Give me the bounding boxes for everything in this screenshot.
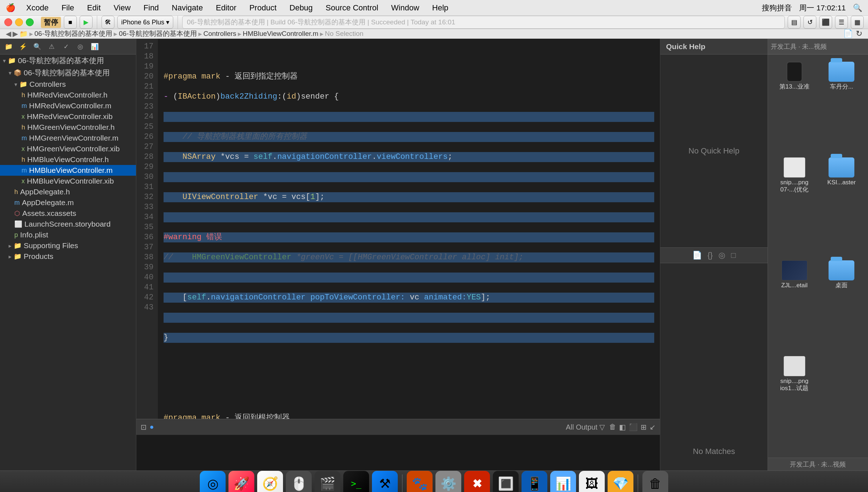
menu-help[interactable]: Help xyxy=(430,3,450,13)
dock-sketch[interactable]: 💎 xyxy=(608,471,633,492)
breadcrumb-folder[interactable]: 06-导航控制器的基本使用 xyxy=(119,29,197,38)
sidebar-item-products[interactable]: ▸ 📁 Products xyxy=(0,251,136,262)
view-toggle-5[interactable]: ▦ xyxy=(851,16,864,29)
finder-item-folder-1[interactable]: 车丹分... xyxy=(820,59,864,152)
menu-xcode[interactable]: Xcode xyxy=(24,3,51,13)
menu-window[interactable]: Window xyxy=(389,3,421,13)
sidebar-debug-icon[interactable]: ◎ xyxy=(75,41,86,52)
menu-file[interactable]: File xyxy=(59,3,76,13)
sidebar-item-hmblue-h[interactable]: h HMBlueViewController.h xyxy=(0,154,136,165)
breadcrumb-controllers[interactable]: Controllers xyxy=(203,30,236,38)
dock-preview[interactable]: 🖼 xyxy=(579,471,605,492)
view-toggle-3[interactable]: ⬛ xyxy=(819,16,832,29)
sidebar-item-controllers[interactable]: ▾ 📁 Controllers xyxy=(0,79,136,90)
input-method[interactable]: 搜狗拼音 xyxy=(762,3,792,13)
maximize-button[interactable] xyxy=(26,18,34,26)
sidebar-item-appdelegate-m[interactable]: m AppDelegate.m xyxy=(0,197,136,208)
close-button[interactable] xyxy=(4,18,12,26)
finder-item-phone[interactable]: 第13...业准 xyxy=(772,59,817,152)
run-button[interactable]: ▶ xyxy=(80,16,93,29)
view-toggle-2[interactable]: ↺ xyxy=(803,16,816,29)
menu-debug[interactable]: Debug xyxy=(287,3,315,13)
dock-xcode[interactable]: ⚒ xyxy=(372,471,398,492)
sidebar-report-icon[interactable]: 📊 xyxy=(89,41,100,52)
finder-item-png-1[interactable]: snip....png07-...(优化 xyxy=(772,155,817,255)
breadcrumb-nav-prev[interactable]: ◀ xyxy=(6,29,11,38)
menu-find[interactable]: Find xyxy=(141,3,161,13)
search-icon[interactable]: 🔍 xyxy=(853,4,862,12)
menu-navigate[interactable]: Navigate xyxy=(170,3,205,13)
sidebar-item-appdelegate-h[interactable]: h AppDelegate.h xyxy=(0,186,136,197)
breadcrumb-action-2[interactable]: ↻ xyxy=(856,29,862,38)
sidebar-item-hmgreen-xib[interactable]: x HMGreenViewController.xib xyxy=(0,143,136,154)
breadcrumb-nav-next[interactable]: ▶ xyxy=(13,29,18,38)
breadcrumb-file[interactable]: HMBlueViewController.m xyxy=(243,30,319,38)
sidebar-item-project[interactable]: ▾ 📦 06-导航控制器的基本使用 xyxy=(0,67,136,79)
breadcrumb-no-selection[interactable]: No Selection xyxy=(325,30,364,38)
dock-finder[interactable]: ◎ xyxy=(200,471,226,492)
sidebar-warning-icon[interactable]: ⚠ xyxy=(46,41,57,52)
sidebar-search-icon[interactable]: 🔍 xyxy=(32,41,43,52)
code-content[interactable]: #pragma mark - 返回到指定控制器 - (IBAction)back… xyxy=(158,39,660,419)
menu-source-control[interactable]: Source Control xyxy=(324,3,381,13)
menu-editor[interactable]: Editor xyxy=(214,3,239,13)
finder-item-folder-3[interactable]: 桌面 xyxy=(820,257,864,350)
status-action-2[interactable]: ◧ xyxy=(619,423,626,431)
status-action-1[interactable]: 🗑 xyxy=(609,423,616,431)
dock-mouse[interactable]: 🖱️ xyxy=(286,471,312,492)
finder-item-desktop[interactable]: ZJL...etail xyxy=(772,257,817,350)
breadcrumb-item-1[interactable]: 📁 xyxy=(19,30,28,38)
view-toggle-4[interactable]: ☰ xyxy=(835,16,848,29)
status-icon-1[interactable]: ⊡ xyxy=(141,423,147,431)
sidebar-item-hmblue-m[interactable]: m HMBlueViewController.m xyxy=(0,165,136,176)
device-selector[interactable]: iPhone 6s Plus ▾ xyxy=(117,16,173,29)
dock-safari[interactable]: 🧭 xyxy=(257,471,283,492)
dock-terminal[interactable]: >_ xyxy=(343,471,369,492)
qh-btn-doc[interactable]: 📄 xyxy=(692,251,702,260)
sidebar-folder-icon[interactable]: 📁 xyxy=(3,41,14,52)
dock-launchpad[interactable]: 🚀 xyxy=(228,471,254,492)
breadcrumb-sep-1: ▸ xyxy=(29,29,33,38)
status-action-3[interactable]: ⬛ xyxy=(629,423,638,431)
dock-simulator[interactable]: 📱 xyxy=(522,471,547,492)
menu-view[interactable]: View xyxy=(112,3,133,13)
finder-item-folder-2[interactable]: KSI...aster xyxy=(820,155,864,255)
sidebar-item-hmred-m[interactable]: m HMRedViewController.m xyxy=(0,100,136,111)
dock-paw[interactable]: 🐾 xyxy=(407,471,433,492)
sidebar-item-hmgreen-m[interactable]: m HMGreenViewController.m xyxy=(0,133,136,143)
dock-notch[interactable]: 🔳 xyxy=(493,471,519,492)
breadcrumb-project[interactable]: 06-导航控制器的基本使用 xyxy=(34,29,112,38)
menu-product[interactable]: Product xyxy=(247,3,279,13)
status-action-4[interactable]: ⊞ xyxy=(641,423,647,431)
dock-activity[interactable]: 📊 xyxy=(550,471,576,492)
sidebar-item-plist[interactable]: p Info.plist xyxy=(0,230,136,240)
status-action-5[interactable]: ↙ xyxy=(650,423,656,431)
sidebar-item-root[interactable]: ▾ 📁 06-导航控制器的基本使用 xyxy=(0,55,136,67)
finder-item-png-2[interactable]: snip....pngios1...试题 xyxy=(772,353,817,453)
dock-trash[interactable]: 🗑 xyxy=(642,471,668,492)
status-icon-2[interactable]: ● xyxy=(150,423,154,431)
dock-sysprefs[interactable]: ⚙️ xyxy=(435,471,461,492)
sidebar-item-hmred-xib[interactable]: x HMRedViewController.xib xyxy=(0,111,136,122)
breadcrumb-action-1[interactable]: 📄 xyxy=(843,29,853,38)
sidebar-item-launchscreen[interactable]: ⬜ LaunchScreen.storyboard xyxy=(0,219,136,230)
sidebar-test-icon[interactable]: ✓ xyxy=(60,41,72,52)
view-toggle-1[interactable]: ▤ xyxy=(788,16,801,29)
qh-btn-circle[interactable]: ◎ xyxy=(718,251,725,260)
minimize-button[interactable] xyxy=(15,18,23,26)
sidebar-item-assets[interactable]: ⬡ Assets.xcassets xyxy=(0,208,136,219)
sidebar-item-hmred-h[interactable]: h HMRedViewController.h xyxy=(0,90,136,100)
dock-quicktime[interactable]: 🎬 xyxy=(315,471,340,492)
output-selector[interactable]: All Output ▽ xyxy=(566,423,605,431)
code-area[interactable]: 17 18 19 20 21 22 23 24 25 26 27 28 29 3… xyxy=(136,39,660,419)
qh-btn-code[interactable]: {} xyxy=(708,251,713,260)
sidebar-item-hmblue-xib[interactable]: x HMBlueViewController.xib xyxy=(0,176,136,186)
apple-menu[interactable]: 🍎 xyxy=(6,3,15,13)
stop-button[interactable]: ■ xyxy=(64,16,77,29)
menu-edit[interactable]: Edit xyxy=(85,3,103,13)
dock-crossover[interactable]: ✖ xyxy=(464,471,490,492)
sidebar-source-icon[interactable]: ⚡ xyxy=(17,41,29,52)
sidebar-item-supporting[interactable]: ▸ 📁 Supporting Files xyxy=(0,240,136,251)
qh-btn-square[interactable]: □ xyxy=(731,251,736,260)
sidebar-item-hmgreen-h[interactable]: h HMGreenViewController.h xyxy=(0,122,136,133)
